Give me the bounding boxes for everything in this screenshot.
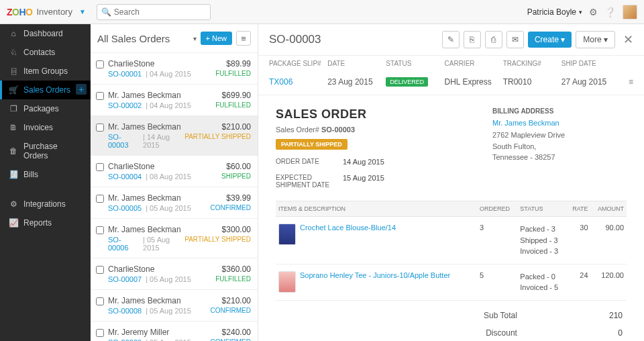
row-so-link[interactable]: SO-00002: [108, 101, 142, 109]
order-row[interactable]: CharlieStoneSO-00001| 04 Aug 2015$89.99F…: [91, 53, 258, 85]
sidebar-item-dashboard[interactable]: ⌂Dashboard: [0, 24, 91, 43]
avatar[interactable]: [623, 5, 637, 19]
line-item: Crochet Lace Blouse-Blue/143Packed - 3 S…: [276, 217, 627, 264]
order-row[interactable]: Mr. James BeckmanSO-00006| 05 Aug 2015$3…: [91, 219, 258, 258]
new-order-button[interactable]: + New: [201, 32, 233, 45]
current-user-menu[interactable]: Patricia Boyle▾: [527, 7, 582, 17]
app-switcher-caret-icon[interactable]: ▼: [79, 8, 86, 15]
row-status: PARTIALLY SHIPPED: [184, 236, 251, 243]
row-customer: Mr. James Beckman: [108, 225, 184, 234]
row-so-link[interactable]: SO-00006: [108, 236, 139, 252]
package-slip-link[interactable]: TX006: [269, 77, 327, 87]
more-button[interactable]: More ▾: [576, 31, 615, 48]
nav-icon: ⌸: [9, 66, 18, 76]
sidebar-item-item-groups[interactable]: ⌸Item Groups: [0, 62, 91, 81]
row-customer: Mr. Jeremy Miller: [108, 328, 199, 337]
sidebar-item-integrations[interactable]: ⚙Integrations: [0, 195, 91, 213]
sales-order-document: SALES ORDER Sales Order# SO-00003 PARTIA…: [258, 95, 644, 341]
order-detail-panel: SO-00003 ✎ ⎘ ⎙ ✉ Create ▾ More ▾ ✕ PACKA…: [258, 24, 644, 341]
order-row[interactable]: CharlieStoneSO-00004| 08 Aug 2015$60.00S…: [91, 156, 258, 187]
item-rate: 30: [567, 217, 591, 264]
sidebar-item-packages[interactable]: ❐Packages: [0, 99, 91, 118]
billing-address-block: BILLING ADDRESS Mr. James Beckman 2762 M…: [492, 107, 627, 189]
row-so-link[interactable]: SO-00005: [108, 204, 142, 212]
order-row[interactable]: Mr. James BeckmanSO-00008| 05 Aug 2015$2…: [91, 290, 258, 322]
row-amount: $210.00: [199, 296, 251, 305]
search-input[interactable]: [114, 7, 206, 17]
row-so-link[interactable]: SO-00008: [108, 307, 142, 315]
row-checkbox[interactable]: [96, 329, 104, 337]
order-date: 14 Aug 2015: [343, 158, 384, 166]
row-so-link[interactable]: SO-00007: [108, 275, 142, 283]
item-link[interactable]: Soprano Henley Tee - Juniors-10/Apple Bu…: [300, 271, 450, 279]
sidebar-item-sales-orders[interactable]: 🛒Sales Orders+: [0, 81, 91, 99]
row-checkbox[interactable]: [96, 195, 104, 203]
row-customer: Mr. James Beckman: [108, 296, 199, 305]
sidebar-item-bills[interactable]: 🧾Bills: [0, 165, 91, 184]
ship-date: 27 Aug 2015: [561, 77, 620, 87]
shipments-table: PACKAGE SLIP#DATESTATUSCARRIERTRACKING#S…: [258, 56, 644, 95]
row-status: SHIPPED: [199, 173, 251, 180]
item-amount: 120.00: [591, 264, 627, 300]
row-checkbox[interactable]: [96, 60, 104, 68]
row-amount: $360.00: [199, 264, 251, 274]
help-icon[interactable]: ❔: [604, 7, 616, 17]
create-button[interactable]: Create ▾: [528, 32, 572, 48]
list-view-toggle-icon[interactable]: ≡: [236, 31, 251, 46]
topbar: ZOHO Inventory ▼ 🔍 Patricia Boyle▾ ⚙ ❔: [0, 0, 644, 24]
sidebar-item-reports[interactable]: 📈Reports: [0, 213, 91, 232]
settings-gear-icon[interactable]: ⚙: [589, 7, 598, 17]
global-search[interactable]: 🔍: [97, 4, 211, 20]
row-checkbox[interactable]: [96, 163, 104, 171]
list-title[interactable]: All Sales Orders: [97, 33, 189, 44]
billing-customer-link[interactable]: Mr. James Beckman: [492, 119, 627, 127]
shipment-row[interactable]: TX006 23 Aug 2015 DELIVERED DHL Express …: [269, 71, 633, 95]
row-date: | 05 Aug 2015: [146, 338, 191, 341]
shipment-menu-icon[interactable]: ≡: [620, 77, 633, 87]
row-so-link[interactable]: SO-00009: [108, 338, 142, 341]
item-amount: 90.00: [591, 217, 627, 264]
row-date: | 04 Aug 2015: [146, 70, 191, 78]
detail-title: SO-00003: [269, 33, 438, 46]
doc-number: Sales Order# SO-00003: [276, 126, 492, 134]
row-date: | 08 Aug 2015: [146, 173, 191, 181]
sidebar-item-contacts[interactable]: ♘Contacts: [0, 43, 91, 62]
row-checkbox[interactable]: [96, 266, 104, 274]
sidebar: ⌂Dashboard♘Contacts⌸Item Groups🛒Sales Or…: [0, 24, 91, 341]
row-status: FULFILLED: [199, 70, 251, 77]
item-status: Packed - 0 Invoiced - 5: [517, 264, 567, 300]
edit-icon[interactable]: ✎: [442, 31, 460, 48]
row-so-link[interactable]: SO-00004: [108, 173, 142, 181]
row-checkbox[interactable]: [96, 124, 104, 132]
tracking-number: TR0010: [503, 77, 561, 87]
add-icon[interactable]: +: [76, 84, 87, 95]
zoho-logo: ZOHO: [7, 7, 32, 17]
row-so-link[interactable]: SO-00001: [108, 70, 142, 78]
nav-icon: 🛒: [9, 85, 18, 95]
nav-icon: 📈: [9, 218, 18, 228]
row-date: | 14 Aug 2015: [143, 133, 184, 149]
email-icon[interactable]: ✉: [506, 31, 524, 48]
order-row[interactable]: Mr. Jeremy MillerSO-00009| 05 Aug 2015$2…: [91, 322, 258, 341]
sidebar-item-purchase-orders[interactable]: 🗑Purchase Orders: [0, 137, 91, 165]
print-icon[interactable]: ⎙: [485, 31, 502, 48]
row-checkbox[interactable]: [96, 92, 104, 100]
line-item: Soprano Henley Tee - Juniors-10/Apple Bu…: [276, 264, 627, 300]
order-row[interactable]: Mr. James BeckmanSO-00002| 04 Aug 2015$6…: [91, 85, 258, 116]
shipment-date: 23 Aug 2015: [327, 77, 386, 87]
pdf-icon[interactable]: ⎘: [464, 31, 481, 48]
detail-header: SO-00003 ✎ ⎘ ⎙ ✉ Create ▾ More ▾ ✕: [258, 24, 644, 56]
order-row[interactable]: Mr. James BeckmanSO-00005| 05 Aug 2015$3…: [91, 187, 258, 219]
row-checkbox[interactable]: [96, 297, 104, 305]
row-status: FULFILLED: [199, 101, 251, 109]
order-row[interactable]: Mr. James BeckmanSO-00003| 14 Aug 2015$2…: [91, 116, 258, 156]
order-row[interactable]: CharlieStoneSO-00007| 05 Aug 2015$360.00…: [91, 258, 258, 290]
item-link[interactable]: Crochet Lace Blouse-Blue/14: [300, 224, 396, 232]
sidebar-item-invoices[interactable]: 🗎Invoices: [0, 118, 91, 137]
item-thumbnail: [278, 224, 296, 245]
row-so-link[interactable]: SO-00003: [108, 133, 139, 149]
subtotal: 210: [521, 307, 625, 324]
row-checkbox[interactable]: [96, 226, 104, 234]
row-date: | 05 Aug 2015: [146, 275, 191, 283]
close-icon[interactable]: ✕: [623, 32, 633, 47]
